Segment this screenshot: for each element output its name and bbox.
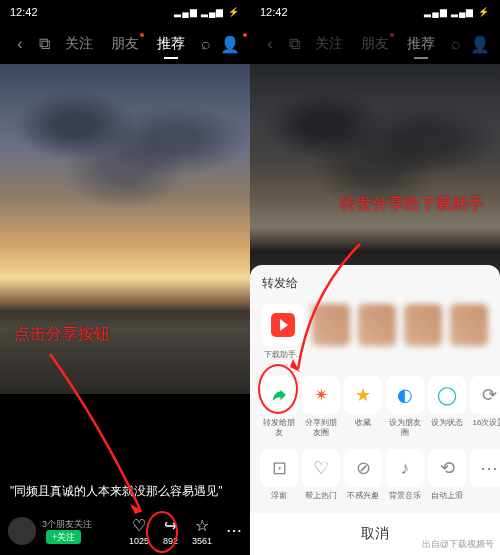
status-icons: ▂▄▆ ▂▄▆ ⚡ <box>424 7 490 17</box>
option-label: 不感兴趣 <box>347 491 379 501</box>
contact-row: 下载助手... <box>250 300 500 370</box>
status-bar: 12:42 ▂▄▆ ▂▄▆ ⚡ <box>0 0 250 24</box>
bottom-bar: 3个朋友关注 +关注 ♡ 1025 ↪ 892 ☆ 3561 ⋯ <box>0 507 250 555</box>
option-label: 自动上滑 <box>431 491 463 501</box>
avatar[interactable] <box>8 517 36 545</box>
option-label: 设为状态 <box>431 418 463 428</box>
window-icon[interactable]: ⧉ <box>282 35 306 53</box>
option-label: 帮上热门 <box>305 491 337 501</box>
option-icon: ⊡ <box>260 449 298 487</box>
tabs: 关注 朋友 推荐 <box>306 35 444 53</box>
share-option[interactable]: ◐设为朋友圈 <box>386 376 424 437</box>
option-icon: ◯ <box>428 376 466 414</box>
top-nav: ‹ ⧉ 关注 朋友 推荐 ⌕ 👤 <box>0 24 250 64</box>
status-bar: 12:42 ▂▄▆ ▂▄▆ ⚡ <box>250 0 500 24</box>
tab-recommend[interactable]: 推荐 <box>407 35 435 53</box>
tab-follow[interactable]: 关注 <box>315 35 343 53</box>
tabs: 关注 朋友 推荐 <box>56 35 194 53</box>
option-icon: ♡ <box>302 449 340 487</box>
share-option[interactable]: 转发给朋友 <box>260 376 298 437</box>
contact-blurred[interactable] <box>404 304 442 346</box>
tab-follow[interactable]: 关注 <box>65 35 93 53</box>
clock: 12:42 <box>260 6 288 18</box>
window-icon[interactable]: ⧉ <box>32 35 56 53</box>
profile-icon[interactable]: 👤 <box>468 35 492 54</box>
annotation-right: 转发分享给下载助手 <box>340 194 484 215</box>
option-icon <box>260 376 298 414</box>
option-icon: ⋯ <box>470 449 500 487</box>
contact-blurred[interactable] <box>358 304 396 346</box>
option-icon: ✴ <box>302 376 340 414</box>
star-icon: ☆ <box>195 516 209 535</box>
option-icon: ⊘ <box>344 449 382 487</box>
contact-blurred[interactable] <box>450 304 488 346</box>
share-option[interactable]: ⊘不感兴趣 <box>344 449 382 501</box>
clock: 12:42 <box>10 6 38 18</box>
phone-left: 12:42 ▂▄▆ ▂▄▆ ⚡ ‹ ⧉ 关注 朋友 推荐 ⌕ 👤 点击分享按钮 <box>0 0 250 555</box>
option-icon: ⟳ <box>470 376 500 414</box>
tab-friends[interactable]: 朋友 <box>361 35 389 53</box>
action-row-1: 转发给朋友✴分享到朋友圈★收藏◐设为朋友圈◯设为状态⟳16次设置 <box>250 370 500 443</box>
option-icon: ★ <box>344 376 382 414</box>
share-option[interactable]: ✴分享到朋友圈 <box>302 376 340 437</box>
share-action[interactable]: ↪ 892 <box>163 516 178 546</box>
back-icon[interactable]: ‹ <box>258 35 282 53</box>
share-option[interactable]: ⟲自动上滑 <box>428 449 466 501</box>
back-icon[interactable]: ‹ <box>8 35 32 53</box>
like-action[interactable]: ♡ 1025 <box>129 516 149 546</box>
share-option[interactable]: ⊡浮窗 <box>260 449 298 501</box>
heart-icon: ♡ <box>132 516 146 535</box>
option-icon: ♪ <box>386 449 424 487</box>
contact-blurred[interactable] <box>312 304 350 346</box>
contact-download-helper[interactable] <box>262 304 304 346</box>
feed-content: 转发分享给下载助手 转发给 下载助手... 转发给朋友✴ <box>250 64 500 555</box>
sheet-title: 转发给 <box>250 275 500 300</box>
option-icon: ◐ <box>386 376 424 414</box>
share-option[interactable]: ★收藏 <box>344 376 382 437</box>
option-label: 分享到朋友圈 <box>302 418 340 437</box>
search-icon[interactable]: ⌕ <box>444 35 468 53</box>
share-icon: ↪ <box>164 516 177 535</box>
option-label: 收藏 <box>355 418 371 428</box>
profile-icon[interactable]: 👤 <box>218 35 242 54</box>
watermark: 出自@下载视频号 <box>422 538 494 551</box>
download-app-icon <box>271 313 295 337</box>
top-nav: ‹ ⧉ 关注 朋友 推荐 ⌕ 👤 <box>250 24 500 64</box>
option-label: 16次设置 <box>473 418 500 428</box>
option-label: 背景音乐 <box>389 491 421 501</box>
action-row-2: ⊡浮窗♡帮上热门⊘不感兴趣♪背景音乐⟲自动上滑⋯ <box>250 443 500 507</box>
search-icon[interactable]: ⌕ <box>194 35 218 53</box>
share-option[interactable]: ♡帮上热门 <box>302 449 340 501</box>
option-label: 设为朋友圈 <box>386 418 424 437</box>
more-action[interactable]: ⋯ <box>226 521 242 541</box>
share-option[interactable]: ⟳16次设置 <box>470 376 500 437</box>
status-icons: ▂▄▆ ▂▄▆ ⚡ <box>174 7 240 17</box>
option-label: 转发给朋友 <box>260 418 298 437</box>
more-icon: ⋯ <box>226 521 242 540</box>
annotation-left: 点击分享按钮 <box>14 324 110 345</box>
fav-action[interactable]: ☆ 3561 <box>192 516 212 546</box>
phone-right: 12:42 ▂▄▆ ▂▄▆ ⚡ ‹ ⧉ 关注 朋友 推荐 ⌕ 👤 转发分享给下载… <box>250 0 500 555</box>
caption: "同频且真诚的人本来就没那么容易遇见" <box>10 483 240 500</box>
tab-friends[interactable]: 朋友 <box>111 35 139 53</box>
tab-recommend[interactable]: 推荐 <box>157 35 185 53</box>
feed-content[interactable]: 点击分享按钮 "同频且真诚的人本来就没那么容易遇见" 3个朋友关注 +关注 ♡ … <box>0 64 250 555</box>
share-option[interactable]: ◯设为状态 <box>428 376 466 437</box>
follow-info: 3个朋友关注 +关注 <box>42 518 115 544</box>
follow-button[interactable]: +关注 <box>46 530 81 544</box>
share-option[interactable]: ♪背景音乐 <box>386 449 424 501</box>
option-icon: ⟲ <box>428 449 466 487</box>
option-label: 浮窗 <box>271 491 287 501</box>
share-sheet: 转发给 下载助手... 转发给朋友✴分享到朋友圈★收藏◐设为朋友圈◯设为状态⟳1… <box>250 265 500 555</box>
share-option[interactable]: ⋯ <box>470 449 500 501</box>
